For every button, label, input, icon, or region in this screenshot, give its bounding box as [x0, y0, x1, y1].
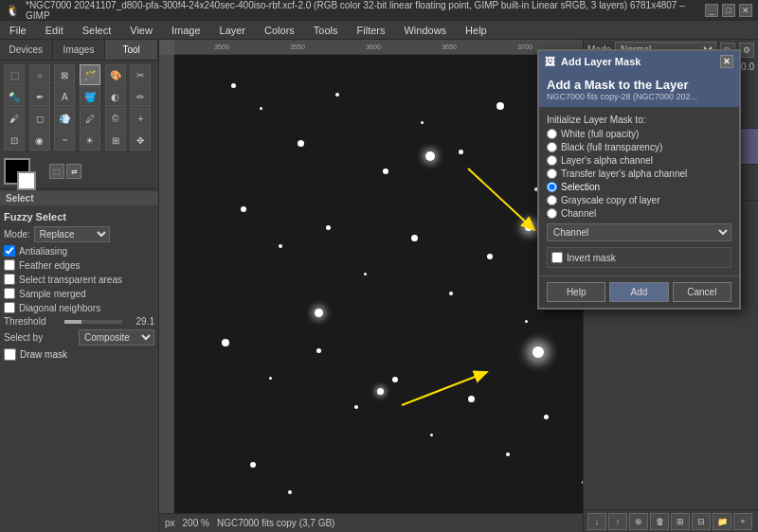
- menu-edit[interactable]: Edit: [40, 23, 69, 38]
- tool-paintbrush[interactable]: 🖌: [4, 108, 25, 129]
- tool-align[interactable]: ⊞: [105, 130, 126, 151]
- antialiasing-checkbox[interactable]: [4, 245, 15, 257]
- menu-tools[interactable]: Tools: [308, 23, 344, 38]
- tool-foreground-select[interactable]: 🔦: [4, 86, 25, 107]
- tool-by-color-select[interactable]: 🎨: [105, 64, 126, 85]
- tool-ink[interactable]: 🖊: [80, 108, 100, 129]
- layer-add-btn[interactable]: +: [733, 513, 752, 530]
- sample-merged-label: Sample merged: [19, 289, 86, 299]
- menu-file[interactable]: File: [4, 23, 32, 38]
- star: [430, 434, 433, 436]
- canvas-area[interactable]: 3500 3550 3600 3650 3700: [159, 40, 583, 532]
- invert-mask-row: Invert mask: [547, 247, 731, 268]
- radio-transfer-alpha-input[interactable]: [547, 168, 557, 179]
- layer-merge-btn[interactable]: ⊟: [692, 513, 711, 530]
- menu-help[interactable]: Help: [460, 23, 493, 38]
- tool-scissors[interactable]: ✂: [130, 64, 151, 85]
- radio-transfer-alpha-label: Transfer layer's alpha channel: [561, 168, 687, 179]
- tool-blur-sharpen[interactable]: ◉: [29, 130, 50, 151]
- tool-ellipse-select[interactable]: ○: [29, 64, 50, 85]
- invert-mask-checkbox[interactable]: [551, 252, 563, 263]
- tool-bucket-fill[interactable]: 🪣: [80, 86, 100, 107]
- menu-colors[interactable]: Colors: [259, 23, 300, 38]
- threshold-fill: [64, 320, 81, 324]
- tool-text[interactable]: A: [54, 86, 75, 107]
- radio-black: Black (full transparency): [547, 142, 731, 152]
- tab-images[interactable]: Images: [53, 40, 106, 60]
- swap-colors-icon[interactable]: ⇄: [66, 164, 81, 179]
- sample-merged-checkbox[interactable]: [4, 288, 15, 299]
- threshold-row: Threshold 29.1: [4, 316, 154, 327]
- tool-clone[interactable]: ©: [105, 108, 126, 129]
- mode-select[interactable]: Replace Add Subtract Intersect: [34, 226, 110, 242]
- menu-windows[interactable]: Windows: [398, 23, 452, 38]
- background-color-swatch[interactable]: [17, 171, 36, 190]
- star: [392, 377, 398, 382]
- menu-image[interactable]: Image: [166, 23, 207, 38]
- star: [241, 206, 246, 212]
- select-transparent-checkbox[interactable]: [4, 274, 15, 285]
- tab-devices[interactable]: Devices: [0, 40, 53, 60]
- maximize-button[interactable]: □: [722, 4, 735, 17]
- tool-icons-grid: ⬚ ○ ⊠ 🪄 🎨 ✂ 🔦 ✒ A 🪣 ◐ ✏ 🖌 ◻ 💨 🖊 © + ⊡ ◉ …: [0, 61, 158, 154]
- close-button[interactable]: ✕: [739, 4, 752, 17]
- foreground-color-swatch[interactable]: [4, 158, 30, 185]
- radio-white-input[interactable]: [547, 129, 557, 139]
- radio-alpha: Layer's alpha channel: [547, 155, 731, 166]
- tool-fuzzy-select[interactable]: 🪄: [80, 64, 100, 85]
- menu-filters[interactable]: Filters: [352, 23, 391, 38]
- tab-tool-options[interactable]: Tool Options: [105, 40, 158, 60]
- radio-channel-input[interactable]: [547, 208, 557, 219]
- tool-dodge-burn[interactable]: ☀: [80, 130, 100, 151]
- ruler-label-3700: 3700: [517, 44, 532, 50]
- ruler-label-3650: 3650: [442, 44, 457, 50]
- layer-duplicate-btn[interactable]: ⊕: [629, 513, 648, 530]
- tool-heal[interactable]: +: [130, 108, 151, 129]
- tool-paths[interactable]: ✒: [29, 86, 50, 107]
- help-button[interactable]: Help: [547, 282, 605, 302]
- tool-rect-select[interactable]: ⬚: [4, 64, 25, 85]
- menu-layer[interactable]: Layer: [214, 23, 252, 38]
- layer-new-btn[interactable]: ↓: [587, 513, 606, 530]
- select-by-select[interactable]: Composite Red Green Blue Alpha: [79, 329, 154, 346]
- radio-selection-input[interactable]: [547, 182, 557, 192]
- tool-move[interactable]: ✥: [130, 130, 151, 151]
- cancel-button[interactable]: Cancel: [673, 282, 731, 302]
- reset-colors-icon[interactable]: ⬚: [49, 164, 64, 179]
- radio-alpha-input[interactable]: [547, 155, 557, 166]
- menu-select[interactable]: Select: [77, 23, 117, 38]
- layer-anchor-btn[interactable]: ⊞: [671, 513, 690, 530]
- dialog-title-bar: 🖼 Add Layer Mask ✕: [539, 51, 739, 72]
- tool-perspective-clone[interactable]: ⊡: [4, 130, 25, 151]
- zoom-label: 200 %: [183, 518, 209, 528]
- layer-raise-btn[interactable]: ↑: [608, 513, 627, 530]
- file-info: NGC7000 fits copy (3,7 GB): [217, 518, 577, 528]
- layers-config-btn[interactable]: ⚙: [739, 43, 754, 58]
- tool-free-select[interactable]: ⊠: [54, 64, 75, 85]
- feather-edges-checkbox[interactable]: [4, 259, 15, 271]
- channel-select[interactable]: Channel: [547, 223, 731, 241]
- diagonal-neighbors-checkbox[interactable]: [4, 302, 15, 313]
- tool-eraser[interactable]: ◻: [29, 108, 50, 129]
- dialog-close-button[interactable]: ✕: [720, 55, 733, 68]
- draw-mask-checkbox[interactable]: [4, 348, 16, 361]
- radio-grayscale-label: Grayscale copy of layer: [561, 195, 660, 205]
- radio-grayscale-input[interactable]: [547, 195, 557, 205]
- tool-pencil[interactable]: ✏: [130, 86, 151, 107]
- dialog-header-title: Add a Mask to the Layer: [547, 78, 731, 92]
- add-button[interactable]: Add: [609, 282, 668, 302]
- threshold-bar[interactable]: [64, 320, 122, 324]
- layer-delete-btn[interactable]: 🗑: [650, 513, 669, 530]
- add-layer-mask-dialog: 🖼 Add Layer Mask ✕ Add a Mask to the Lay…: [537, 49, 741, 310]
- radio-black-input[interactable]: [547, 142, 557, 152]
- layer-group-btn[interactable]: 📁: [713, 513, 731, 530]
- tool-blend[interactable]: ◐: [105, 86, 126, 107]
- bright-star: [532, 346, 544, 358]
- canvas-content[interactable]: [174, 55, 583, 513]
- menu-view[interactable]: View: [124, 23, 158, 38]
- minimize-button[interactable]: _: [705, 4, 718, 17]
- tool-airbrush[interactable]: 💨: [54, 108, 75, 129]
- star: [250, 462, 256, 468]
- antialiasing-row: Antialiasing: [4, 245, 154, 257]
- tool-smudge[interactable]: ~: [54, 130, 75, 151]
